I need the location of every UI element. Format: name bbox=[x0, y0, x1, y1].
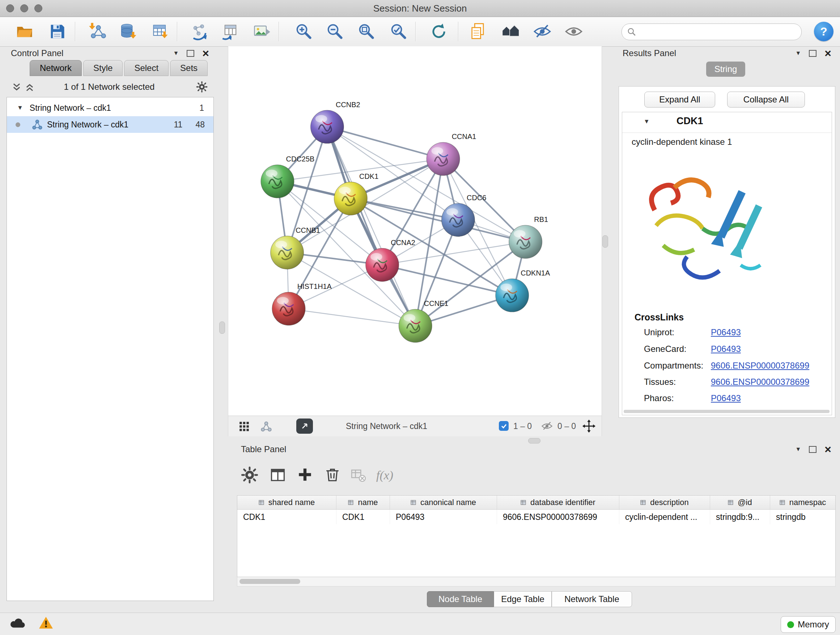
search-field[interactable] bbox=[622, 24, 802, 40]
close-panel-icon[interactable]: × bbox=[824, 446, 831, 453]
panel-menu-icon[interactable]: ▼ bbox=[795, 50, 801, 57]
float-panel-icon[interactable] bbox=[809, 446, 816, 453]
show-annotations-button[interactable] bbox=[562, 20, 585, 43]
network-node-ccnb1[interactable] bbox=[271, 236, 304, 269]
collection-disclosure-icon[interactable]: ▼ bbox=[17, 104, 23, 111]
search-input[interactable] bbox=[639, 27, 801, 37]
cloud-sync-button[interactable] bbox=[9, 616, 26, 630]
refresh-layout-button[interactable] bbox=[427, 20, 450, 43]
close-panel-icon[interactable]: × bbox=[202, 50, 209, 57]
network-edge[interactable] bbox=[327, 127, 443, 159]
tab-select[interactable]: Select bbox=[124, 60, 169, 76]
close-panel-icon[interactable]: × bbox=[824, 50, 831, 57]
collapse-all-button[interactable]: Collapse All bbox=[727, 92, 805, 108]
function-builder-button[interactable]: f(x) bbox=[376, 469, 393, 482]
zoom-fit-button[interactable] bbox=[355, 20, 378, 43]
warnings-button[interactable] bbox=[38, 616, 54, 631]
column-header-namespace[interactable]: namespac bbox=[770, 496, 835, 509]
selected-checkbox-icon[interactable] bbox=[499, 421, 508, 431]
column-header-id[interactable]: @id bbox=[710, 496, 770, 509]
cell-name[interactable]: CDK1 bbox=[336, 510, 390, 524]
float-panel-icon[interactable] bbox=[187, 50, 194, 57]
network-node-ccna2[interactable] bbox=[366, 249, 399, 282]
delete-column-button[interactable] bbox=[324, 466, 341, 485]
pan-crosshair-icon[interactable] bbox=[582, 419, 596, 433]
copy-document-button[interactable] bbox=[467, 20, 490, 43]
crosslink-tissues-link[interactable]: 9606.ENSP00000378699 bbox=[711, 377, 809, 387]
tab-network[interactable]: Network bbox=[30, 60, 82, 76]
left-splitter-handle[interactable] bbox=[219, 321, 225, 334]
export-view-button[interactable] bbox=[296, 418, 313, 434]
network-node-ccna1[interactable] bbox=[426, 142, 460, 176]
new-network-button[interactable] bbox=[188, 20, 211, 43]
crosslink-pharos-link[interactable]: P06493 bbox=[711, 393, 741, 403]
protein-section-header[interactable]: ▼ CDK1 bbox=[622, 112, 832, 133]
scrollbar-thumb[interactable] bbox=[240, 579, 300, 584]
panel-menu-icon[interactable]: ▼ bbox=[795, 446, 801, 453]
help-button[interactable]: ? bbox=[814, 22, 834, 41]
panel-menu-icon[interactable]: ▼ bbox=[173, 50, 179, 57]
tab-node-table[interactable]: Node Table bbox=[427, 591, 494, 607]
network-node-ccnb2[interactable] bbox=[311, 111, 344, 144]
zoom-out-button[interactable] bbox=[324, 20, 347, 43]
network-edge[interactable] bbox=[382, 265, 512, 295]
network-node-cdk1[interactable] bbox=[334, 182, 368, 215]
network-node-ccne1[interactable] bbox=[399, 309, 432, 342]
cell-id[interactable]: stringdb:9... bbox=[710, 510, 770, 524]
delete-table-button[interactable] bbox=[350, 467, 367, 485]
tab-sets[interactable]: Sets bbox=[170, 60, 208, 76]
network-options-gear-icon[interactable] bbox=[196, 81, 208, 93]
table-horizontal-scrollbar[interactable] bbox=[237, 577, 836, 586]
network-edge[interactable] bbox=[327, 127, 415, 326]
expand-all-button[interactable]: Expand All bbox=[644, 92, 715, 108]
import-network-from-file-button[interactable] bbox=[87, 20, 110, 43]
network-node-cdkn1a[interactable] bbox=[496, 279, 529, 312]
table-row[interactable]: CDK1 CDK1 P06493 9606.ENSP00000378699 cy… bbox=[237, 510, 835, 524]
memory-button[interactable]: Memory bbox=[781, 616, 836, 633]
protein-disclosure-icon[interactable]: ▼ bbox=[644, 118, 650, 125]
column-header-description[interactable]: description bbox=[619, 496, 710, 509]
network-node-rb1[interactable] bbox=[509, 225, 542, 258]
float-panel-icon[interactable] bbox=[809, 50, 816, 57]
crosslink-compartments-link[interactable]: 9606.ENSP00000378699 bbox=[711, 361, 809, 371]
network-node-cdc6[interactable] bbox=[442, 203, 475, 237]
zoom-in-button[interactable] bbox=[292, 20, 316, 43]
tab-style[interactable]: Style bbox=[83, 60, 123, 76]
network-collection-row[interactable]: ▼ String Network – cdk1 1 bbox=[7, 100, 213, 116]
home-view-button[interactable] bbox=[499, 20, 522, 43]
create-column-button[interactable] bbox=[297, 466, 313, 485]
hide-annotations-button[interactable] bbox=[531, 20, 554, 43]
right-splitter-handle[interactable] bbox=[602, 235, 608, 248]
cell-shared-name[interactable]: CDK1 bbox=[237, 510, 336, 524]
network-node-cdc25b[interactable] bbox=[261, 165, 294, 198]
hidden-eye-slash-icon[interactable] bbox=[541, 421, 553, 432]
crosslink-uniprot-link[interactable]: P06493 bbox=[711, 327, 741, 337]
import-table-from-file-button[interactable] bbox=[149, 20, 172, 43]
column-header-shared-name[interactable]: shared name bbox=[237, 496, 336, 509]
network-node-hist1h1a[interactable] bbox=[272, 292, 305, 325]
show-columns-button[interactable] bbox=[269, 466, 286, 485]
birdseye-view-icon[interactable] bbox=[260, 420, 272, 432]
cell-namespace[interactable]: stringdb bbox=[770, 510, 835, 524]
network-edge[interactable] bbox=[289, 309, 415, 326]
network-canvas[interactable]: CCNB2CCNA1CDC25BCDK1CDC6RB1CCNB1CCNA2CDK… bbox=[228, 46, 602, 416]
results-scrollbar[interactable] bbox=[624, 410, 829, 413]
column-header-database-identifier[interactable]: database identifier bbox=[497, 496, 619, 509]
graphics-details-icon[interactable] bbox=[238, 421, 250, 432]
network-graph[interactable]: CCNB2CCNA1CDC25BCDK1CDC6RB1CCNB1CCNA2CDK… bbox=[228, 46, 601, 415]
tab-edge-table[interactable]: Edge Table bbox=[494, 591, 552, 607]
tab-network-table[interactable]: Network Table bbox=[552, 591, 632, 607]
open-session-button[interactable] bbox=[13, 20, 36, 43]
export-image-button[interactable] bbox=[250, 20, 273, 43]
crosslink-genecard-link[interactable]: P06493 bbox=[711, 344, 741, 354]
column-header-canonical-name[interactable]: canonical name bbox=[390, 496, 497, 509]
table-options-gear-button[interactable] bbox=[241, 466, 258, 485]
save-session-button[interactable] bbox=[46, 20, 69, 43]
cell-canonical-name[interactable]: P06493 bbox=[390, 510, 497, 524]
tab-string[interactable]: String bbox=[706, 62, 745, 77]
network-edge[interactable] bbox=[351, 198, 525, 242]
column-header-name[interactable]: name bbox=[336, 496, 390, 509]
cell-database-identifier[interactable]: 9606.ENSP00000378699 bbox=[497, 510, 619, 524]
import-network-from-database-button[interactable] bbox=[117, 20, 140, 43]
zoom-selected-button[interactable] bbox=[387, 20, 410, 43]
